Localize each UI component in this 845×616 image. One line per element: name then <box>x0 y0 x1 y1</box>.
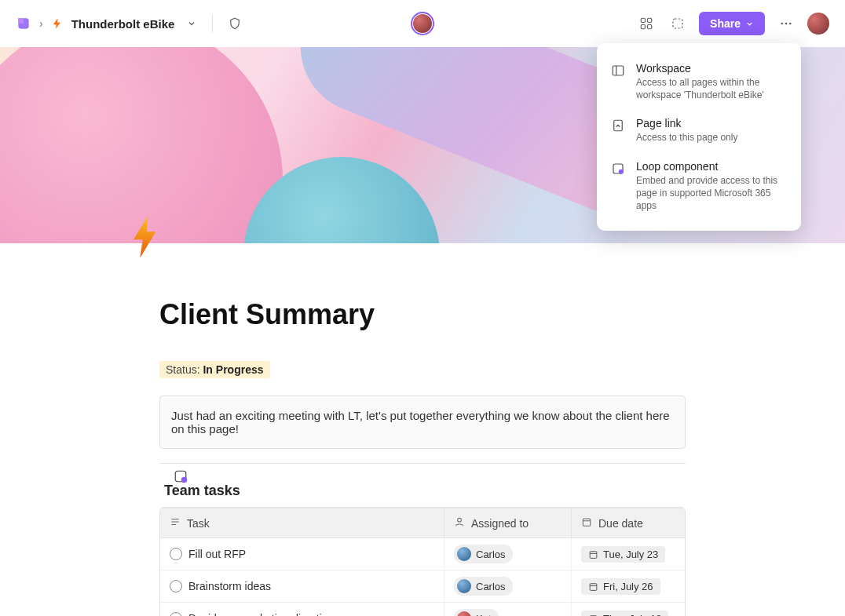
component-icon[interactable] <box>668 13 688 34</box>
top-bar: › Thunderbolt eBike Share <box>0 0 845 47</box>
apps-icon[interactable] <box>636 13 657 34</box>
loop-component-badge-icon[interactable] <box>174 469 188 487</box>
complete-toggle[interactable] <box>170 580 182 592</box>
status-label: Status: <box>166 363 203 376</box>
svg-rect-1 <box>648 18 652 22</box>
svg-point-7 <box>789 23 792 25</box>
workspace-name[interactable]: Thunderbolt eBike <box>71 17 175 31</box>
assignee-avatar-icon <box>457 547 471 561</box>
tasks-component: Team tasks Task Assigned to <box>159 476 686 616</box>
status-badge[interactable]: Status: In Progress <box>159 361 270 378</box>
due-date-chip[interactable]: Tue, July 23 <box>581 546 665 563</box>
task-row[interactable]: Decide on marketing directionKatThur, Ju… <box>160 603 685 616</box>
share-option-desc: Access to all pages within the workspace… <box>636 76 787 101</box>
share-option-workspace[interactable]: Workspace Access to all pages within the… <box>597 54 801 109</box>
share-option-title: Loop component <box>636 160 787 173</box>
svg-rect-20 <box>590 583 597 590</box>
person-column-icon <box>454 516 465 530</box>
divider <box>159 463 686 464</box>
assignee-chip[interactable]: Kat <box>454 609 499 616</box>
task-row[interactable]: Fill out RFPCarlosTue, July 23 <box>160 538 685 570</box>
workspace-panel-icon <box>611 62 627 101</box>
due-date-text: Tue, July 23 <box>603 549 658 560</box>
svg-rect-18 <box>590 551 597 558</box>
tasks-title[interactable]: Team tasks <box>159 476 686 507</box>
page-link-icon <box>611 117 627 144</box>
user-avatar[interactable] <box>807 13 829 35</box>
task-name[interactable]: Decide on marketing direction <box>188 612 334 616</box>
task-name[interactable]: Fill out RFP <box>188 548 246 560</box>
share-option-title: Page link <box>636 117 737 129</box>
assignee-chip[interactable]: Carlos <box>454 577 513 596</box>
task-name[interactable]: Brainstorm ideas <box>188 580 271 592</box>
presence-avatar[interactable] <box>411 12 434 35</box>
column-header-due[interactable]: Due date <box>598 517 643 530</box>
share-option-desc: Access to this page only <box>636 131 737 144</box>
loop-logo-icon[interactable] <box>16 16 31 31</box>
share-option-loopcomponent[interactable]: Loop component Embed and provide access … <box>597 152 801 221</box>
svg-point-14 <box>181 477 188 483</box>
workspace-dropdown[interactable] <box>182 14 201 33</box>
share-option-desc: Embed and provide access to this page in… <box>636 174 787 213</box>
assignee-name: Carlos <box>476 581 506 592</box>
svg-rect-3 <box>648 25 652 29</box>
loop-component-icon <box>611 160 627 213</box>
assignee-chip[interactable]: Carlos <box>454 545 513 563</box>
svg-point-6 <box>785 23 788 25</box>
shield-icon[interactable] <box>224 13 246 35</box>
svg-point-15 <box>458 518 462 522</box>
due-date-text: Fri, July 26 <box>603 581 653 592</box>
bolt-icon <box>51 17 64 30</box>
page-title[interactable]: Client Summary <box>159 298 686 331</box>
svg-point-5 <box>781 23 783 25</box>
share-button[interactable]: Share <box>699 12 765 35</box>
share-option-title: Workspace <box>636 62 787 75</box>
page-emoji-bolt-icon[interactable] <box>130 215 161 262</box>
svg-rect-2 <box>641 25 645 29</box>
task-row[interactable]: Brainstorm ideasCarlosFri, July 26 <box>160 570 685 603</box>
breadcrumb-chevron-icon: › <box>39 17 43 30</box>
column-header-assigned[interactable]: Assigned to <box>471 517 529 530</box>
svg-rect-16 <box>583 519 590 526</box>
text-column-icon <box>170 516 181 530</box>
tasks-table-header: Task Assigned to Due date <box>160 508 685 538</box>
status-value: In Progress <box>203 363 263 376</box>
share-button-label: Share <box>710 17 741 30</box>
share-option-pagelink[interactable]: Page link Access to this page only <box>597 109 801 151</box>
assignee-avatar-icon <box>457 579 471 593</box>
assignee-name: Carlos <box>476 549 506 560</box>
complete-toggle[interactable] <box>170 548 182 560</box>
svg-rect-0 <box>641 18 645 22</box>
calendar-column-icon <box>581 516 592 530</box>
svg-rect-8 <box>613 66 624 75</box>
svg-point-12 <box>619 169 624 173</box>
due-date-chip[interactable]: Fri, July 26 <box>581 578 660 595</box>
assignee-name: Kat <box>476 613 492 617</box>
svg-rect-4 <box>673 19 682 28</box>
complete-toggle[interactable] <box>170 612 182 616</box>
share-menu: Workspace Access to all pages within the… <box>597 43 801 231</box>
assignee-avatar-icon <box>457 611 471 616</box>
due-date-chip[interactable]: Thur, July 18 <box>581 611 668 617</box>
note-callout[interactable]: Just had an exciting meeting with LT, le… <box>159 395 686 449</box>
more-icon[interactable] <box>776 13 796 34</box>
due-date-text: Thur, July 18 <box>603 613 661 617</box>
page-body: Client Summary Status: In Progress Just … <box>159 243 686 616</box>
column-header-task[interactable]: Task <box>187 517 210 530</box>
